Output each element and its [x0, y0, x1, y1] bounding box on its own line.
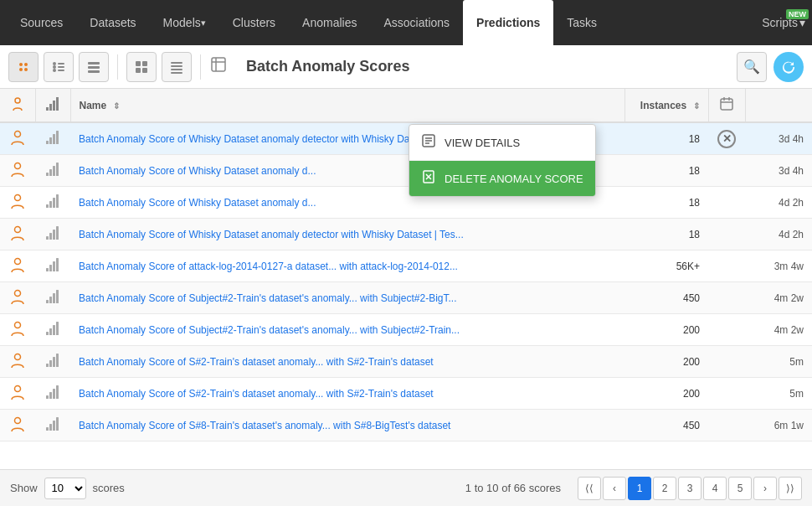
row-instances: 200 [624, 346, 708, 378]
svg-rect-17 [171, 62, 182, 64]
th-name[interactable]: Name ⇕ [70, 89, 624, 122]
svg-point-53 [15, 259, 21, 265]
row-action[interactable]: ✕ [708, 122, 745, 155]
page-3[interactable]: 3 [678, 477, 702, 500]
svg-rect-79 [46, 427, 49, 431]
context-delete[interactable]: DELETE ANOMALY SCORE [409, 161, 595, 196]
row-name[interactable]: Batch Anomaly Score of attack-log-2014-0… [70, 250, 624, 282]
table-row: Batch Anomaly Score of Whisky Dataset an… [0, 122, 812, 155]
svg-rect-81 [53, 421, 55, 431]
nav-clusters[interactable]: Clusters [219, 0, 289, 45]
svg-rect-29 [721, 99, 732, 110]
svg-rect-26 [49, 104, 52, 111]
svg-rect-47 [56, 194, 59, 208]
row-action [708, 282, 745, 314]
row-name[interactable]: Batch Anomaly Score of Subject#2-Train's… [70, 282, 624, 314]
row-action [708, 187, 745, 219]
row-icon-chart [35, 346, 70, 378]
row-name[interactable]: Batch Anomaly Score of S#8-Train's datas… [70, 410, 624, 441]
scripts-nav[interactable]: Scripts ▾ NEW [762, 16, 805, 29]
nav-datasets[interactable]: Datasets [76, 0, 149, 45]
page-prev[interactable]: ‹ [603, 477, 626, 500]
svg-rect-75 [49, 392, 52, 399]
svg-rect-27 [53, 101, 55, 111]
svg-rect-42 [56, 163, 59, 176]
page-5[interactable]: 5 [728, 477, 752, 500]
svg-rect-25 [46, 107, 49, 111]
batch-scores-table: Name ⇕ Instances ⇕ [0, 89, 812, 441]
view-icon-5[interactable] [162, 52, 192, 82]
separator-2 [200, 54, 201, 80]
page-next[interactable]: › [753, 477, 777, 500]
table-row: Batch Anomaly Score of S#2-Train's datas… [0, 346, 812, 378]
nav-associations[interactable]: Associations [370, 0, 463, 45]
svg-rect-56 [53, 261, 55, 271]
th-icon2 [35, 89, 70, 122]
view-icon-1[interactable] [8, 52, 39, 82]
svg-rect-13 [136, 61, 141, 66]
page-4[interactable]: 4 [703, 477, 727, 500]
row-name[interactable]: Batch Anomaly Score of Whisky Dataset an… [70, 219, 624, 250]
th-instances[interactable]: Instances ⇕ [624, 89, 708, 122]
svg-point-33 [15, 132, 21, 137]
svg-point-58 [15, 291, 21, 297]
svg-point-6 [53, 69, 56, 72]
refresh-button[interactable] [773, 52, 804, 82]
view-icon-3[interactable] [79, 52, 109, 82]
row-instances: 18 [624, 155, 708, 187]
row-name[interactable]: Batch Anomaly Score of S#2-Train's datas… [70, 378, 624, 410]
count-select[interactable]: 10 25 50 100 [44, 478, 86, 499]
row-icon-chart [35, 155, 70, 187]
row-action [708, 314, 745, 346]
svg-rect-20 [171, 72, 182, 74]
nav-sources[interactable]: Sources [7, 0, 76, 45]
nav-models[interactable]: Models [150, 0, 219, 45]
nav-tasks[interactable]: Tasks [553, 0, 610, 45]
svg-rect-41 [53, 166, 55, 176]
page-first[interactable]: ⟨⟨ [578, 477, 601, 500]
separator-1 [117, 54, 118, 80]
svg-point-48 [15, 227, 21, 233]
search-button[interactable]: 🔍 [737, 52, 767, 82]
row-age: 3d 4h [745, 122, 812, 155]
page-1[interactable]: 1 [628, 477, 651, 500]
svg-rect-60 [49, 297, 52, 303]
row-instances: 450 [624, 410, 708, 441]
page-2[interactable]: 2 [653, 477, 676, 500]
row-icon-person [0, 378, 35, 410]
svg-rect-14 [142, 61, 147, 66]
svg-rect-62 [56, 290, 59, 303]
nav-anomalies[interactable]: Anomalies [289, 0, 370, 45]
row-name[interactable]: Batch Anomaly Score of S#2-Train's datas… [70, 346, 624, 378]
nav-predictions[interactable]: Predictions [463, 0, 553, 45]
svg-rect-10 [88, 62, 100, 65]
svg-point-63 [15, 323, 21, 328]
svg-rect-37 [56, 131, 59, 144]
view-icon-2[interactable] [44, 52, 74, 82]
view-icon-4[interactable] [126, 52, 157, 82]
svg-point-2 [19, 68, 23, 71]
view-details-icon [421, 133, 436, 152]
row-icon-person [0, 346, 35, 378]
svg-rect-52 [56, 226, 59, 240]
context-view-details[interactable]: VIEW DETAILS [409, 125, 595, 161]
page-last[interactable]: ⟩⟩ [779, 477, 802, 500]
svg-rect-49 [46, 236, 49, 240]
svg-rect-69 [46, 364, 49, 367]
row-instances: 18 [624, 187, 708, 219]
row-name[interactable]: Batch Anomaly Score of Subject#2-Train's… [70, 314, 624, 346]
row-instances: 18 [624, 122, 708, 155]
row-icon-person [0, 410, 35, 441]
instances-label: Instances [640, 100, 686, 111]
row-icon-chart [35, 410, 70, 441]
svg-rect-82 [56, 417, 59, 431]
svg-rect-67 [56, 322, 59, 335]
th-calendar[interactable] [708, 89, 745, 122]
row-age: 4m 2w [745, 282, 812, 314]
close-button[interactable]: ✕ [717, 130, 736, 148]
svg-rect-71 [53, 357, 55, 367]
row-instances: 18 [624, 219, 708, 250]
svg-rect-12 [88, 70, 100, 73]
table-row: Batch Anomaly Score of S#2-Train's datas… [0, 378, 812, 410]
table-body: Batch Anomaly Score of Whisky Dataset an… [0, 122, 812, 441]
